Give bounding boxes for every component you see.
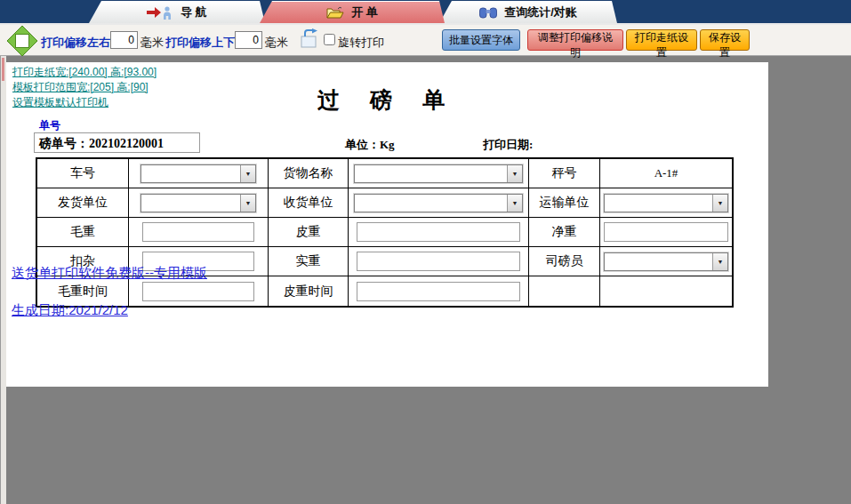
label-actual-weight: 实重 [269,247,349,276]
navigate-icon [147,5,173,20]
paper-size-link[interactable]: 打印走纸宽:[240.00] 高:[93.00] [12,65,157,80]
cell-receiver: ▼ [349,188,529,218]
shipper-combobox[interactable]: ▼ [140,194,256,212]
cell-tare-weight [349,218,529,247]
save-settings-button[interactable]: 保存设置 [700,29,750,51]
cell-empty-label [529,276,600,306]
label-tare-time: 皮重时间 [269,276,349,306]
net-weight-input[interactable] [604,222,728,242]
chevron-down-icon[interactable]: ▼ [712,253,727,270]
order-no-label: 单号 [39,118,60,133]
cell-gross-weight [129,218,269,247]
label-vehicle-no: 车号 [37,159,129,188]
rotate-page-icon [300,28,321,52]
offset-lr-unit: 毫米 [140,35,164,51]
tare-weight-input[interactable] [357,222,520,242]
tab-navigation[interactable]: 导 航 [89,1,265,23]
chevron-down-icon[interactable]: ▼ [507,195,522,212]
binoculars-icon [479,6,497,19]
toolbar: 打印偏移左右 毫米 打印偏移上下 毫米 旋转打印 批量设置字体 调整打印偏移说明… [0,23,851,56]
label-tare-weight: 皮重 [269,218,349,247]
rotate-print-label: 旋转打印 [338,35,384,51]
chevron-down-icon[interactable]: ▼ [240,195,255,212]
label-receiver: 收货单位 [269,188,349,218]
cell-weigher: ▼ [600,247,732,276]
open-folder-icon [326,6,344,20]
batch-set-font-button[interactable]: 批量设置字体 [442,29,520,51]
cell-net-weight [600,218,732,247]
scale-no-value: A-1# [654,166,678,180]
label-transporter: 运输单位 [529,188,600,218]
receiver-combobox[interactable]: ▼ [354,194,523,212]
software-watermark-link[interactable]: 送货单打印软件免费版--专用模版 [12,265,207,282]
weighbridge-template-page: 打印走纸宽:[240.00] 高:[93.00] 模板打印范围宽:[205] 高… [6,62,768,387]
transporter-combobox[interactable]: ▼ [604,194,728,212]
label-scale-no: 秤号 [529,159,600,188]
tab-label: 导 航 [181,4,207,20]
label-goods-name: 货物名称 [269,159,349,188]
cell-transporter: ▼ [600,188,732,218]
weigher-combobox[interactable]: ▼ [604,252,728,271]
actual-weight-input[interactable] [357,252,520,271]
chevron-down-icon[interactable]: ▼ [712,195,727,212]
splitter-handle[interactable] [2,58,4,81]
label-shipper: 发货单位 [37,188,129,218]
offset-tb-label: 打印偏移上下 [165,35,235,51]
cell-goods-name: ▼ [349,159,529,188]
chevron-down-icon[interactable]: ▼ [240,165,255,182]
gross-time-input[interactable] [142,282,254,301]
goods-name-combobox[interactable]: ▼ [354,164,523,183]
tare-time-input[interactable] [357,282,520,301]
label-net-weight: 净重 [529,218,600,247]
cell-actual-weight [349,247,529,276]
cell-empty-value [600,276,732,306]
label-weigher: 司磅员 [529,247,600,276]
chevron-down-icon[interactable]: ▼ [507,165,522,182]
tab-query-stats[interactable]: 查询统计/对账 [439,1,617,23]
rotate-print-checkbox[interactable] [324,34,335,45]
offset-tb-input[interactable] [235,31,262,49]
weighbridge-table: 车号 ▼ 货物名称 ▼ 秤号 A-1# 发货单位 ▼ 收货单位 ▼ 运输单位 ▼… [36,157,734,308]
gross-weight-input[interactable] [142,222,254,242]
unit-label: 单位：Kg [345,137,395,153]
cell-scale-no: A-1# [600,159,732,188]
cell-vehicle-no: ▼ [129,159,269,188]
print-date-label: 打印日期: [483,137,533,153]
tab-label: 开 单 [351,4,378,20]
page-title: 过 磅 单 [6,85,768,115]
adjust-offset-help-button[interactable]: 调整打印偏移说明 [527,29,623,51]
left-scroll-strip[interactable] [0,56,6,504]
offset-lr-label: 打印偏移左右 [41,35,110,51]
cell-tare-time [349,276,529,306]
generated-date-link[interactable]: 生成日期:2021/2/12 [12,302,128,319]
offset-tb-unit: 毫米 [265,35,288,51]
offset-lr-input[interactable] [110,31,138,49]
tab-label: 查询统计/对账 [504,4,577,20]
cell-shipper: ▼ [129,188,269,218]
vehicle-no-combobox[interactable]: ▼ [140,164,256,183]
diamond-icon [7,26,37,60]
label-gross-weight: 毛重 [37,218,129,247]
ticket-number-box[interactable]: 磅单号：202102120001 [34,132,200,153]
paper-feed-setup-button[interactable]: 打印走纸设置 [626,29,697,51]
tab-billing[interactable]: 开 单 [260,1,445,23]
tab-bar: 导 航 开 单 查询统计/对账 [0,0,851,23]
